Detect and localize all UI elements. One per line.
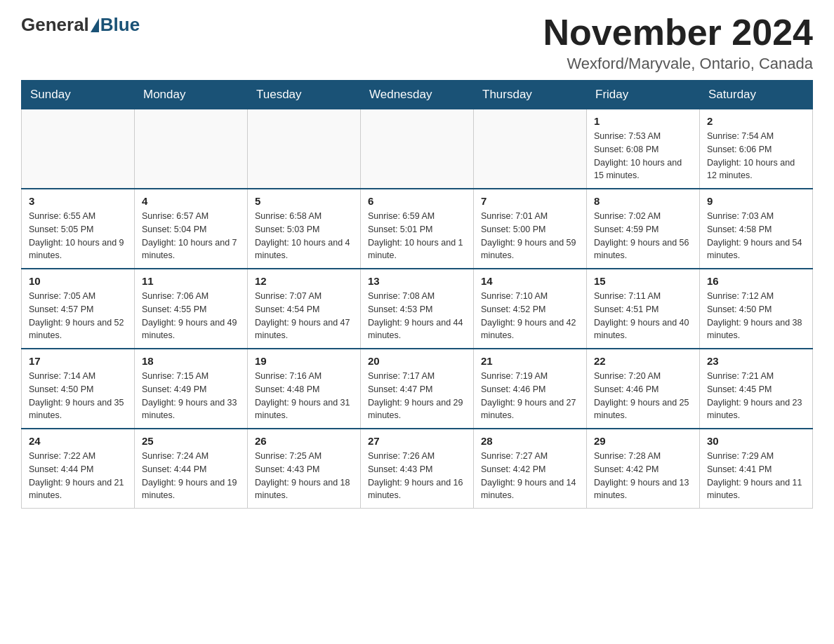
day-info: Sunrise: 7:03 AMSunset: 4:58 PMDaylight:…	[707, 210, 805, 262]
day-number: 9	[707, 195, 805, 207]
day-number: 30	[707, 435, 805, 447]
calendar-day: 26Sunrise: 7:25 AMSunset: 4:43 PMDayligh…	[248, 429, 361, 509]
calendar-day	[361, 109, 474, 189]
calendar-header-row: SundayMondayTuesdayWednesdayThursdayFrid…	[22, 81, 813, 109]
weekday-header-tuesday: Tuesday	[248, 81, 361, 109]
calendar-day: 29Sunrise: 7:28 AMSunset: 4:42 PMDayligh…	[587, 429, 700, 509]
day-number: 26	[255, 435, 353, 447]
day-number: 2	[707, 115, 805, 127]
day-info: Sunrise: 7:54 AMSunset: 6:06 PMDaylight:…	[707, 130, 805, 182]
day-info: Sunrise: 7:19 AMSunset: 4:46 PMDaylight:…	[481, 370, 579, 422]
calendar-week-row: 10Sunrise: 7:05 AMSunset: 4:57 PMDayligh…	[22, 269, 813, 349]
day-info: Sunrise: 7:06 AMSunset: 4:55 PMDaylight:…	[142, 290, 240, 342]
day-info: Sunrise: 7:16 AMSunset: 4:48 PMDaylight:…	[255, 370, 353, 422]
weekday-header-thursday: Thursday	[474, 81, 587, 109]
day-number: 6	[368, 195, 466, 207]
weekday-header-sunday: Sunday	[22, 81, 135, 109]
logo-general: General	[21, 14, 89, 36]
calendar-day: 17Sunrise: 7:14 AMSunset: 4:50 PMDayligh…	[22, 349, 135, 429]
calendar-day: 24Sunrise: 7:22 AMSunset: 4:44 PMDayligh…	[22, 429, 135, 509]
calendar-day: 23Sunrise: 7:21 AMSunset: 4:45 PMDayligh…	[700, 349, 813, 429]
day-info: Sunrise: 6:55 AMSunset: 5:05 PMDaylight:…	[29, 210, 127, 262]
day-info: Sunrise: 6:58 AMSunset: 5:03 PMDaylight:…	[255, 210, 353, 262]
location-title: Wexford/Maryvale, Ontario, Canada	[543, 55, 813, 73]
calendar-day: 13Sunrise: 7:08 AMSunset: 4:53 PMDayligh…	[361, 269, 474, 349]
calendar-table: SundayMondayTuesdayWednesdayThursdayFrid…	[21, 80, 813, 509]
day-info: Sunrise: 7:28 AMSunset: 4:42 PMDaylight:…	[594, 450, 692, 502]
day-info: Sunrise: 6:59 AMSunset: 5:01 PMDaylight:…	[368, 210, 466, 262]
day-info: Sunrise: 7:26 AMSunset: 4:43 PMDaylight:…	[368, 450, 466, 502]
day-number: 19	[255, 355, 353, 367]
day-info: Sunrise: 7:21 AMSunset: 4:45 PMDaylight:…	[707, 370, 805, 422]
logo: General Blue	[21, 14, 140, 36]
weekday-header-monday: Monday	[135, 81, 248, 109]
calendar-day: 3Sunrise: 6:55 AMSunset: 5:05 PMDaylight…	[22, 189, 135, 269]
day-number: 15	[594, 275, 692, 287]
calendar-day: 9Sunrise: 7:03 AMSunset: 4:58 PMDaylight…	[700, 189, 813, 269]
calendar-day: 25Sunrise: 7:24 AMSunset: 4:44 PMDayligh…	[135, 429, 248, 509]
calendar-week-row: 24Sunrise: 7:22 AMSunset: 4:44 PMDayligh…	[22, 429, 813, 509]
weekday-header-wednesday: Wednesday	[361, 81, 474, 109]
day-info: Sunrise: 7:17 AMSunset: 4:47 PMDaylight:…	[368, 370, 466, 422]
day-number: 16	[707, 275, 805, 287]
weekday-header-friday: Friday	[587, 81, 700, 109]
day-number: 4	[142, 195, 240, 207]
day-number: 24	[29, 435, 127, 447]
calendar-day	[22, 109, 135, 189]
day-number: 11	[142, 275, 240, 287]
day-info: Sunrise: 7:22 AMSunset: 4:44 PMDaylight:…	[29, 450, 127, 502]
logo-text: General Blue	[21, 14, 140, 36]
day-number: 7	[481, 195, 579, 207]
calendar-day: 30Sunrise: 7:29 AMSunset: 4:41 PMDayligh…	[700, 429, 813, 509]
day-info: Sunrise: 7:12 AMSunset: 4:50 PMDaylight:…	[707, 290, 805, 342]
calendar-day: 21Sunrise: 7:19 AMSunset: 4:46 PMDayligh…	[474, 349, 587, 429]
calendar-day: 8Sunrise: 7:02 AMSunset: 4:59 PMDaylight…	[587, 189, 700, 269]
calendar-day	[474, 109, 587, 189]
day-info: Sunrise: 7:14 AMSunset: 4:50 PMDaylight:…	[29, 370, 127, 422]
calendar-day: 5Sunrise: 6:58 AMSunset: 5:03 PMDaylight…	[248, 189, 361, 269]
calendar-day: 10Sunrise: 7:05 AMSunset: 4:57 PMDayligh…	[22, 269, 135, 349]
day-info: Sunrise: 7:07 AMSunset: 4:54 PMDaylight:…	[255, 290, 353, 342]
title-area: November 2024 Wexford/Maryvale, Ontario,…	[543, 14, 813, 73]
calendar-week-row: 3Sunrise: 6:55 AMSunset: 5:05 PMDaylight…	[22, 189, 813, 269]
page-header: General Blue November 2024 Wexford/Maryv…	[21, 14, 813, 73]
day-number: 10	[29, 275, 127, 287]
day-number: 8	[594, 195, 692, 207]
day-number: 18	[142, 355, 240, 367]
day-number: 14	[481, 275, 579, 287]
day-number: 27	[368, 435, 466, 447]
calendar-day	[248, 109, 361, 189]
day-number: 5	[255, 195, 353, 207]
logo-triangle-icon	[91, 18, 99, 32]
calendar-day: 4Sunrise: 6:57 AMSunset: 5:04 PMDaylight…	[135, 189, 248, 269]
calendar-day: 27Sunrise: 7:26 AMSunset: 4:43 PMDayligh…	[361, 429, 474, 509]
weekday-header-saturday: Saturday	[700, 81, 813, 109]
day-number: 12	[255, 275, 353, 287]
calendar-day: 12Sunrise: 7:07 AMSunset: 4:54 PMDayligh…	[248, 269, 361, 349]
day-info: Sunrise: 7:53 AMSunset: 6:08 PMDaylight:…	[594, 130, 692, 182]
calendar-day: 16Sunrise: 7:12 AMSunset: 4:50 PMDayligh…	[700, 269, 813, 349]
day-info: Sunrise: 7:08 AMSunset: 4:53 PMDaylight:…	[368, 290, 466, 342]
day-number: 23	[707, 355, 805, 367]
day-info: Sunrise: 7:01 AMSunset: 5:00 PMDaylight:…	[481, 210, 579, 262]
calendar-day: 6Sunrise: 6:59 AMSunset: 5:01 PMDaylight…	[361, 189, 474, 269]
day-number: 13	[368, 275, 466, 287]
calendar-day: 20Sunrise: 7:17 AMSunset: 4:47 PMDayligh…	[361, 349, 474, 429]
calendar-week-row: 17Sunrise: 7:14 AMSunset: 4:50 PMDayligh…	[22, 349, 813, 429]
calendar-day: 15Sunrise: 7:11 AMSunset: 4:51 PMDayligh…	[587, 269, 700, 349]
day-info: Sunrise: 7:20 AMSunset: 4:46 PMDaylight:…	[594, 370, 692, 422]
day-number: 29	[594, 435, 692, 447]
logo-blue: Blue	[100, 14, 140, 36]
day-info: Sunrise: 7:29 AMSunset: 4:41 PMDaylight:…	[707, 450, 805, 502]
day-number: 3	[29, 195, 127, 207]
calendar-day: 1Sunrise: 7:53 AMSunset: 6:08 PMDaylight…	[587, 109, 700, 189]
calendar-week-row: 1Sunrise: 7:53 AMSunset: 6:08 PMDaylight…	[22, 109, 813, 189]
calendar-day: 19Sunrise: 7:16 AMSunset: 4:48 PMDayligh…	[248, 349, 361, 429]
calendar-day: 28Sunrise: 7:27 AMSunset: 4:42 PMDayligh…	[474, 429, 587, 509]
calendar-day: 11Sunrise: 7:06 AMSunset: 4:55 PMDayligh…	[135, 269, 248, 349]
day-info: Sunrise: 7:10 AMSunset: 4:52 PMDaylight:…	[481, 290, 579, 342]
day-number: 22	[594, 355, 692, 367]
day-info: Sunrise: 7:11 AMSunset: 4:51 PMDaylight:…	[594, 290, 692, 342]
day-info: Sunrise: 6:57 AMSunset: 5:04 PMDaylight:…	[142, 210, 240, 262]
calendar-day	[135, 109, 248, 189]
